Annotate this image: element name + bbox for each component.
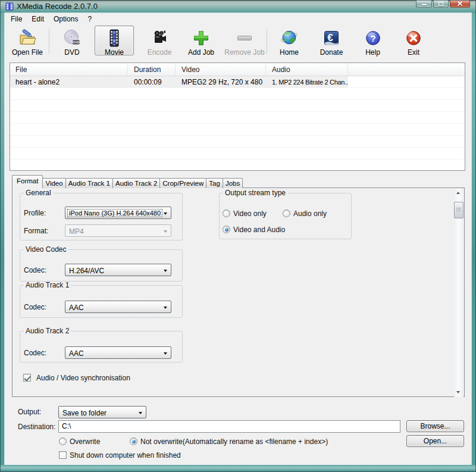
svg-text:?: ? (370, 33, 375, 43)
not-overwrite-radio[interactable] (130, 437, 137, 445)
overwrite-label: Overwrite (70, 437, 100, 446)
video-and-audio-label: Video and Audio (233, 226, 285, 234)
video-only-label: Video only (233, 210, 267, 218)
output-value: Save to folder (61, 409, 108, 417)
column-header-audio[interactable]: Audio (266, 63, 348, 76)
audio-track1-codec-value: AAC (68, 304, 85, 312)
shutdown-checkbox[interactable] (59, 451, 67, 459)
tab-video[interactable]: Video (42, 178, 65, 188)
window-title: XMedia Recode 2.0.7.0 (17, 2, 98, 11)
audio-track2-group-title: Audio Track 2 (24, 327, 71, 335)
general-group-title: General (24, 189, 53, 197)
home-icon (280, 29, 299, 48)
scroll-down-button[interactable] (454, 387, 464, 397)
audio-track2-codec-value: AAC (68, 349, 85, 358)
video-codec-group-title: Video Codec (24, 246, 68, 254)
scroll-down-icon (456, 391, 460, 393)
remove-job-icon (235, 29, 254, 48)
column-header-file[interactable]: File (10, 63, 128, 76)
toolbar-button-encode: Encode (141, 26, 178, 55)
audio-track1-codec-label: Codec: (24, 303, 46, 311)
audio-track1-group-title: Audio Track 1 (24, 282, 71, 289)
toolbar: Open FileDVDDVDMovieEncodeAdd JobRemove … (5, 25, 471, 62)
video-codec-value: H.264/AVC (68, 267, 105, 275)
help-icon: ? (364, 29, 383, 48)
donate-icon: € (322, 29, 341, 48)
table-row[interactable]: heart - alone200:00:09MPEG2 29 Hz, 720 x… (10, 76, 348, 88)
dropdown-arrow-icon (164, 212, 167, 215)
toolbar-button-help[interactable]: ?Help (356, 26, 389, 55)
maximize-button[interactable] (433, 0, 449, 8)
av-sync-checkbox[interactable] (23, 374, 31, 382)
profile-dropdown[interactable]: iPod Nano (3G) H.264 640x480 (65, 207, 171, 219)
menu-edit[interactable]: Edit (27, 13, 49, 25)
audio-track1-codec-dropdown[interactable]: AAC (65, 301, 171, 313)
tab-audio-track-1[interactable]: Audio Track 1 (65, 178, 113, 188)
not-overwrite-label: Not overwrite(Automatically rename as <f… (140, 437, 328, 446)
video-codec-label: Codec: (24, 266, 46, 274)
menu-options[interactable]: Options (49, 13, 83, 25)
open-button[interactable]: Open... (406, 435, 464, 447)
dropdown-arrow-icon (164, 307, 167, 309)
scroll-thumb[interactable] (454, 202, 464, 218)
tab-tag[interactable]: Tag (206, 178, 223, 188)
output-stream-groupbox: Output stream type Video only Audio only… (219, 193, 352, 239)
svg-text:DVD: DVD (73, 40, 80, 44)
toolbar-separator (267, 29, 267, 54)
tab-audio-track-2[interactable]: Audio Track 2 (112, 178, 160, 188)
toolbar-button-exit[interactable]: Exit (397, 26, 430, 55)
menu-file[interactable]: File (6, 13, 27, 25)
dropdown-arrow-icon (164, 270, 167, 272)
app-icon (5, 2, 14, 11)
menu-help[interactable]: ? (83, 13, 96, 25)
video-and-audio-radio[interactable] (223, 226, 230, 233)
minimize-icon (422, 4, 427, 6)
dropdown-arrow-icon (164, 352, 167, 355)
toolbar-button-home[interactable]: Home (273, 26, 306, 55)
row-cell: 1. MP2 224 Bitrate 2 Chan... (266, 76, 348, 88)
output-dropdown[interactable]: Save to folder (58, 406, 146, 418)
client-area: FileEditOptions? Open FileDVDDVDMovieEnc… (5, 13, 471, 465)
av-sync-label: Audio / Video synchronisation (36, 374, 130, 382)
tab-crop-preview[interactable]: Crop/Preview (159, 178, 206, 188)
general-groupbox: General Profile: iPod Nano (3G) H.264 64… (20, 193, 183, 240)
toolbar-button-movie[interactable]: Movie (95, 26, 134, 55)
svg-text:€: € (327, 32, 333, 43)
dropdown-arrow-icon (139, 412, 142, 414)
toolbar-button-remove-job: Remove Job (221, 26, 268, 55)
browse-button[interactable]: Browse... (406, 420, 464, 432)
format-value: MP4 (68, 227, 85, 236)
audio-only-radio[interactable] (283, 210, 290, 217)
row-cell: 00:00:09 (128, 76, 176, 88)
column-header-duration[interactable]: Duration (128, 63, 176, 76)
title-bar[interactable]: XMedia Recode 2.0.7.0 (0, 0, 476, 13)
toolbar-button-add-job[interactable]: Add Job (183, 26, 220, 55)
audio-track2-groupbox: Audio Track 2 Codec: AAC (20, 331, 183, 362)
audio-track1-groupbox: Audio Track 1 Codec: AAC (20, 285, 183, 318)
video-codec-dropdown[interactable]: H.264/AVC (65, 264, 171, 276)
toolbar-button-donate[interactable]: €Donate (314, 26, 349, 55)
open-file-icon (18, 29, 37, 48)
video-only-radio[interactable] (223, 210, 230, 217)
destination-input[interactable]: C:\ (58, 420, 400, 433)
toolbar-button-dvd[interactable]: DVDDVD (55, 26, 89, 55)
close-button[interactable] (450, 0, 470, 8)
tab-jobs[interactable]: Jobs (223, 178, 243, 188)
panel-scrollbar[interactable] (454, 189, 464, 397)
format-tab-panel: General Profile: iPod Nano (3G) H.264 64… (12, 187, 465, 397)
file-list-header[interactable]: FileDurationVideoAudio (10, 63, 465, 76)
file-list[interactable]: FileDurationVideoAudio heart - alone200:… (10, 62, 465, 171)
tab-format[interactable]: Format (12, 175, 43, 188)
dropdown-arrow-icon (164, 230, 167, 233)
window-bottom-frame (0, 465, 476, 472)
audio-only-label: Audio only (293, 210, 327, 218)
tab-strip: FormatVideoAudio Track 1Audio Track 2Cro… (12, 175, 243, 188)
toolbar-button-open-file[interactable]: Open File (6, 26, 49, 55)
scroll-up-button[interactable] (454, 189, 464, 198)
video-codec-groupbox: Video Codec Codec: H.264/AVC (20, 249, 183, 282)
minimize-button[interactable] (416, 0, 432, 8)
audio-track2-codec-dropdown[interactable]: AAC (65, 346, 171, 359)
overwrite-radio[interactable] (59, 437, 67, 445)
scroll-up-icon (456, 192, 460, 194)
column-header-video[interactable]: Video (176, 63, 266, 76)
